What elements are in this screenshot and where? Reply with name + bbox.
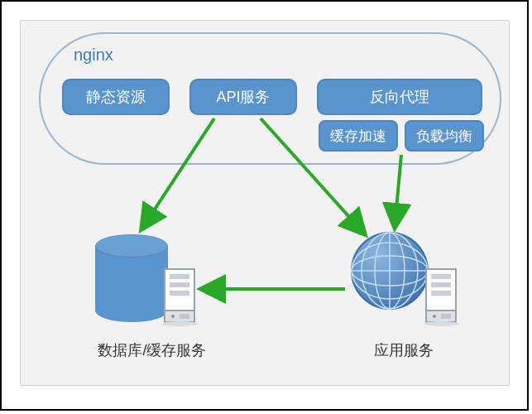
server-icon-db [163,267,203,327]
svg-rect-1 [170,274,189,279]
svg-point-20 [433,315,436,318]
node-reverse-proxy: 反向代理 [317,79,482,115]
svg-rect-18 [431,291,451,296]
globe-icon [350,231,429,310]
diagram-panel: nginx 静态资源 API服务 反向代理 缓存加速 负载均衡 [20,20,510,386]
arrow-proxy-to-app [395,155,401,228]
svg-point-22 [424,321,459,326]
svg-rect-2 [170,282,189,287]
svg-rect-17 [431,282,451,287]
node-api-service: API服务 [189,79,297,115]
label-app-service: 应用服务 [358,340,449,360]
svg-rect-6 [180,314,189,319]
label-db-cache: 数据库/缓存服务 [82,340,223,360]
server-icon-app [424,267,464,327]
db-cylinder-icon [95,234,168,320]
node-static-resources: 静态资源 [62,79,170,115]
svg-point-7 [163,321,198,326]
svg-point-5 [171,315,175,318]
svg-rect-3 [170,291,189,296]
svg-rect-16 [431,274,451,279]
diagram-frame: nginx 静态资源 API服务 反向代理 缓存加速 负载均衡 [0,0,529,411]
svg-rect-21 [441,314,451,319]
node-cache-accel: 缓存加速 [319,120,398,152]
node-load-balance: 负载均衡 [405,120,484,152]
nginx-group-box: nginx 静态资源 API服务 反向代理 缓存加速 负载均衡 [39,32,501,165]
nginx-title: nginx [74,46,113,65]
